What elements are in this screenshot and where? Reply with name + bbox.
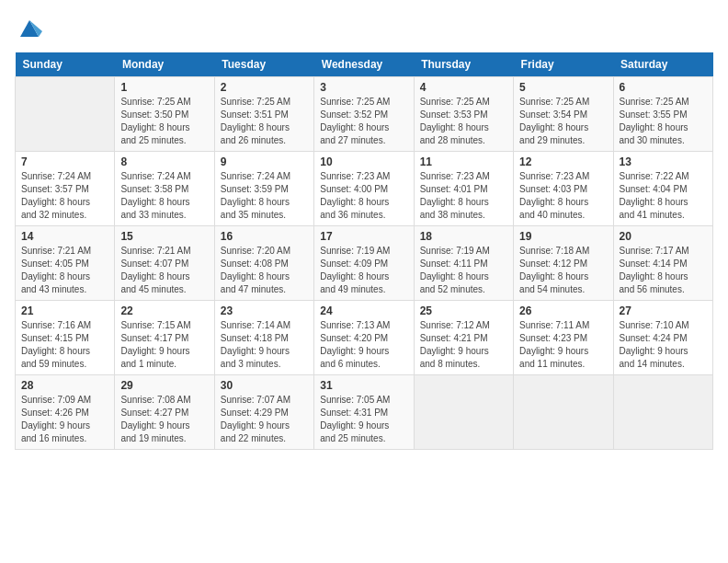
day-number: 10	[320, 155, 407, 168]
day-number: 6	[620, 81, 707, 94]
day-info: Sunrise: 7:15 AM Sunset: 4:17 PM Dayligh…	[120, 319, 208, 371]
day-info: Sunrise: 7:25 AM Sunset: 3:51 PM Dayligh…	[221, 96, 308, 147]
calendar-cell: 21Sunrise: 7:16 AM Sunset: 4:15 PM Dayli…	[16, 301, 115, 375]
calendar-week-row: 28Sunrise: 7:09 AM Sunset: 4:26 PM Dayli…	[16, 375, 713, 450]
day-info: Sunrise: 7:25 AM Sunset: 3:52 PM Dayligh…	[320, 96, 407, 147]
calendar-cell: 5Sunrise: 7:25 AM Sunset: 3:54 PM Daylig…	[514, 77, 613, 152]
day-number: 19	[519, 230, 607, 243]
calendar-cell: 19Sunrise: 7:18 AM Sunset: 4:12 PM Dayli…	[514, 226, 613, 301]
day-number: 25	[420, 304, 507, 317]
calendar-cell: 20Sunrise: 7:17 AM Sunset: 4:14 PM Dayli…	[613, 226, 712, 301]
calendar-cell: 11Sunrise: 7:23 AM Sunset: 4:01 PM Dayli…	[414, 152, 513, 226]
day-number: 3	[320, 81, 407, 94]
weekday-header-tuesday: Tuesday	[214, 52, 313, 77]
day-info: Sunrise: 7:24 AM Sunset: 3:57 PM Dayligh…	[21, 170, 108, 222]
day-info: Sunrise: 7:16 AM Sunset: 4:15 PM Dayligh…	[21, 319, 108, 371]
calendar-cell: 16Sunrise: 7:20 AM Sunset: 4:08 PM Dayli…	[214, 226, 313, 301]
day-info: Sunrise: 7:25 AM Sunset: 3:53 PM Dayligh…	[420, 96, 507, 147]
calendar-cell	[414, 375, 513, 450]
day-info: Sunrise: 7:17 AM Sunset: 4:14 PM Dayligh…	[620, 245, 707, 296]
calendar-cell: 23Sunrise: 7:14 AM Sunset: 4:18 PM Dayli…	[214, 301, 313, 375]
calendar-cell: 14Sunrise: 7:21 AM Sunset: 4:05 PM Dayli…	[16, 226, 115, 301]
calendar-cell: 17Sunrise: 7:19 AM Sunset: 4:09 PM Dayli…	[314, 226, 414, 301]
day-info: Sunrise: 7:10 AM Sunset: 4:24 PM Dayligh…	[620, 319, 707, 371]
day-number: 15	[120, 230, 208, 243]
calendar-week-row: 7Sunrise: 7:24 AM Sunset: 3:57 PM Daylig…	[16, 152, 713, 226]
day-number: 31	[320, 379, 407, 392]
calendar-header: SundayMondayTuesdayWednesdayThursdayFrid…	[16, 52, 713, 77]
logo-triangle-icon	[17, 15, 42, 40]
day-number: 12	[519, 155, 607, 168]
calendar-cell: 12Sunrise: 7:23 AM Sunset: 4:03 PM Dayli…	[514, 152, 613, 226]
day-info: Sunrise: 7:19 AM Sunset: 4:09 PM Dayligh…	[320, 245, 407, 296]
calendar-cell: 1Sunrise: 7:25 AM Sunset: 3:50 PM Daylig…	[115, 77, 214, 152]
calendar-cell: 29Sunrise: 7:08 AM Sunset: 4:27 PM Dayli…	[115, 375, 214, 450]
day-info: Sunrise: 7:18 AM Sunset: 4:12 PM Dayligh…	[519, 245, 607, 296]
day-number: 18	[420, 230, 507, 243]
day-info: Sunrise: 7:05 AM Sunset: 4:31 PM Dayligh…	[320, 394, 407, 445]
weekday-header-row: SundayMondayTuesdayWednesdayThursdayFrid…	[16, 52, 713, 77]
day-info: Sunrise: 7:23 AM Sunset: 4:01 PM Dayligh…	[420, 170, 507, 222]
calendar-cell: 25Sunrise: 7:12 AM Sunset: 4:21 PM Dayli…	[414, 301, 513, 375]
day-info: Sunrise: 7:12 AM Sunset: 4:21 PM Dayligh…	[420, 319, 507, 371]
day-number: 9	[221, 155, 308, 168]
calendar-cell	[613, 375, 712, 450]
calendar-cell: 26Sunrise: 7:11 AM Sunset: 4:23 PM Dayli…	[514, 301, 613, 375]
calendar-cell: 9Sunrise: 7:24 AM Sunset: 3:59 PM Daylig…	[214, 152, 313, 226]
day-info: Sunrise: 7:14 AM Sunset: 4:18 PM Dayligh…	[221, 319, 308, 371]
calendar-cell: 4Sunrise: 7:25 AM Sunset: 3:53 PM Daylig…	[414, 77, 513, 152]
calendar-cell: 6Sunrise: 7:25 AM Sunset: 3:55 PM Daylig…	[613, 77, 712, 152]
day-info: Sunrise: 7:25 AM Sunset: 3:54 PM Dayligh…	[519, 96, 607, 147]
day-number: 16	[221, 230, 308, 243]
weekday-header-saturday: Saturday	[613, 52, 712, 77]
day-number: 1	[120, 81, 208, 94]
day-number: 11	[420, 155, 507, 168]
day-info: Sunrise: 7:25 AM Sunset: 3:55 PM Dayligh…	[620, 96, 707, 147]
weekday-header-wednesday: Wednesday	[314, 52, 414, 77]
day-number: 27	[620, 304, 707, 317]
calendar-cell: 18Sunrise: 7:19 AM Sunset: 4:11 PM Dayli…	[414, 226, 513, 301]
calendar-body: 1Sunrise: 7:25 AM Sunset: 3:50 PM Daylig…	[16, 77, 713, 450]
day-info: Sunrise: 7:24 AM Sunset: 3:58 PM Dayligh…	[120, 170, 208, 222]
day-number: 21	[21, 304, 108, 317]
day-info: Sunrise: 7:23 AM Sunset: 4:00 PM Dayligh…	[320, 170, 407, 222]
calendar-week-row: 21Sunrise: 7:16 AM Sunset: 4:15 PM Dayli…	[16, 301, 713, 375]
calendar-week-row: 1Sunrise: 7:25 AM Sunset: 3:50 PM Daylig…	[16, 77, 713, 152]
calendar-cell: 7Sunrise: 7:24 AM Sunset: 3:57 PM Daylig…	[16, 152, 115, 226]
weekday-header-friday: Friday	[514, 52, 613, 77]
day-number: 17	[320, 230, 407, 243]
day-info: Sunrise: 7:24 AM Sunset: 3:59 PM Dayligh…	[221, 170, 308, 222]
day-number: 4	[420, 81, 507, 94]
calendar-cell: 24Sunrise: 7:13 AM Sunset: 4:20 PM Dayli…	[314, 301, 414, 375]
weekday-header-monday: Monday	[115, 52, 214, 77]
day-info: Sunrise: 7:22 AM Sunset: 4:04 PM Dayligh…	[620, 170, 707, 222]
calendar-cell: 30Sunrise: 7:07 AM Sunset: 4:29 PM Dayli…	[214, 375, 313, 450]
day-number: 29	[120, 379, 208, 392]
calendar-cell: 2Sunrise: 7:25 AM Sunset: 3:51 PM Daylig…	[214, 77, 313, 152]
logo-text	[15, 15, 42, 45]
calendar-cell: 8Sunrise: 7:24 AM Sunset: 3:58 PM Daylig…	[115, 152, 214, 226]
day-info: Sunrise: 7:21 AM Sunset: 4:05 PM Dayligh…	[21, 245, 108, 296]
calendar-cell: 31Sunrise: 7:05 AM Sunset: 4:31 PM Dayli…	[314, 375, 414, 450]
day-info: Sunrise: 7:13 AM Sunset: 4:20 PM Dayligh…	[320, 319, 407, 371]
calendar-cell: 27Sunrise: 7:10 AM Sunset: 4:24 PM Dayli…	[613, 301, 712, 375]
calendar-cell: 3Sunrise: 7:25 AM Sunset: 3:52 PM Daylig…	[314, 77, 414, 152]
calendar-week-row: 14Sunrise: 7:21 AM Sunset: 4:05 PM Dayli…	[16, 226, 713, 301]
calendar-cell: 10Sunrise: 7:23 AM Sunset: 4:00 PM Dayli…	[314, 152, 414, 226]
day-number: 14	[21, 230, 108, 243]
day-number: 13	[620, 155, 707, 168]
day-number: 7	[21, 155, 108, 168]
calendar-cell	[16, 77, 115, 152]
weekday-header-sunday: Sunday	[16, 52, 115, 77]
day-number: 28	[21, 379, 108, 392]
day-info: Sunrise: 7:09 AM Sunset: 4:26 PM Dayligh…	[21, 394, 108, 445]
day-number: 8	[120, 155, 208, 168]
day-number: 26	[519, 304, 607, 317]
calendar-cell: 13Sunrise: 7:22 AM Sunset: 4:04 PM Dayli…	[613, 152, 712, 226]
day-number: 30	[221, 379, 308, 392]
calendar-cell: 15Sunrise: 7:21 AM Sunset: 4:07 PM Dayli…	[115, 226, 214, 301]
day-number: 23	[221, 304, 308, 317]
day-number: 2	[221, 81, 308, 94]
day-info: Sunrise: 7:21 AM Sunset: 4:07 PM Dayligh…	[120, 245, 208, 296]
day-info: Sunrise: 7:08 AM Sunset: 4:27 PM Dayligh…	[120, 394, 208, 445]
